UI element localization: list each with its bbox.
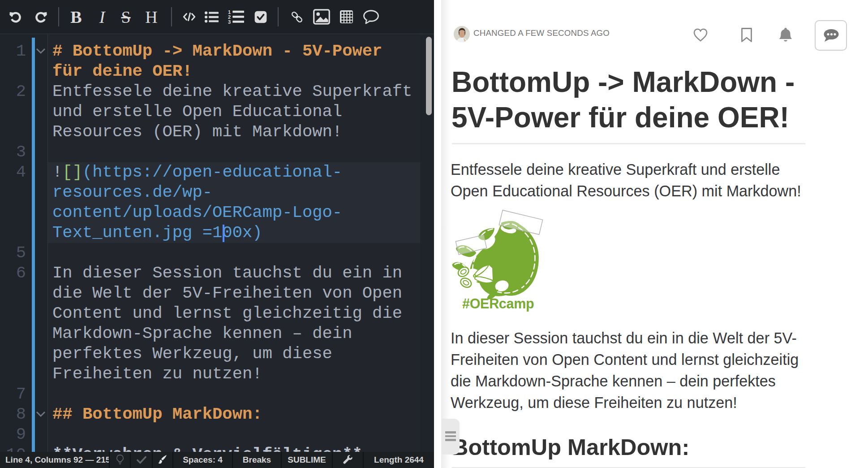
svg-text:1: 1 — [228, 9, 231, 15]
svg-text:3: 3 — [228, 19, 231, 24]
svg-text:2: 2 — [228, 14, 231, 20]
